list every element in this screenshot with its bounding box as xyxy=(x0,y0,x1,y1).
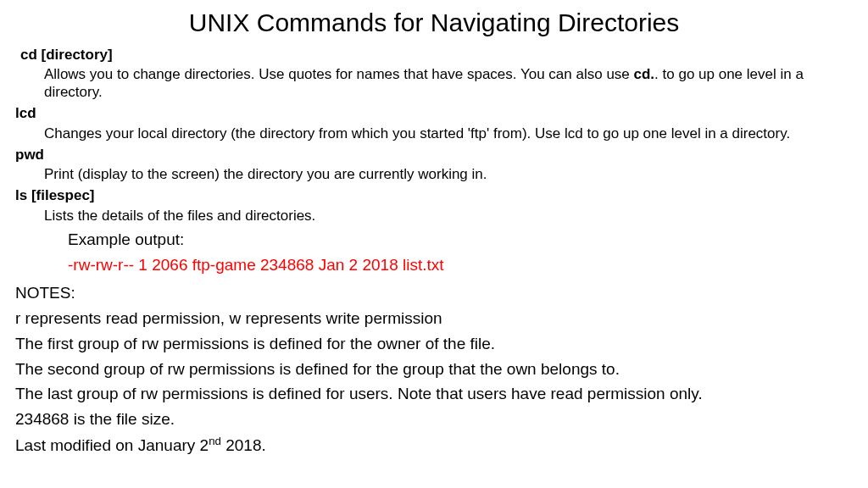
note-line-3: The second group of rw permissions is de… xyxy=(15,359,853,380)
note6-after: 2018. xyxy=(221,436,266,454)
notes-header: NOTES: xyxy=(15,283,853,303)
page-title: UNIX Commands for Navigating Directories xyxy=(15,7,853,39)
note-line-6: Last modified on January 2nd 2018. xyxy=(15,435,853,456)
command-ls-desc: Lists the details of the files and direc… xyxy=(44,207,853,225)
cd-desc-before: Allows you to change directories. Use qu… xyxy=(44,66,634,82)
command-lcd: lcd xyxy=(15,104,853,122)
command-cd: cd [directory] xyxy=(20,46,853,64)
example-output: -rw-rw-r-- 1 2066 ftp-game 234868 Jan 2 … xyxy=(68,255,853,275)
command-pwd-desc: Print (display to the screen) the direct… xyxy=(44,165,853,183)
note-line-4: The last group of rw permissions is defi… xyxy=(15,384,853,404)
note6-before: Last modified on January 2 xyxy=(15,436,209,454)
command-cd-desc: Allows you to change directories. Use qu… xyxy=(44,65,853,102)
example-label: Example output: xyxy=(68,230,853,250)
note-line-2: The first group of rw permissions is def… xyxy=(15,334,853,354)
note-line-5: 234868 is the file size. xyxy=(15,409,853,430)
command-lcd-desc: Changes your local directory (the direct… xyxy=(44,125,853,142)
command-pwd: pwd xyxy=(15,146,853,164)
command-ls: ls [filespec] xyxy=(15,186,853,204)
cd-desc-bold: cd. xyxy=(634,66,655,82)
note6-sup: nd xyxy=(209,435,221,447)
note-line-1: r represents read permission, w represen… xyxy=(15,308,853,329)
